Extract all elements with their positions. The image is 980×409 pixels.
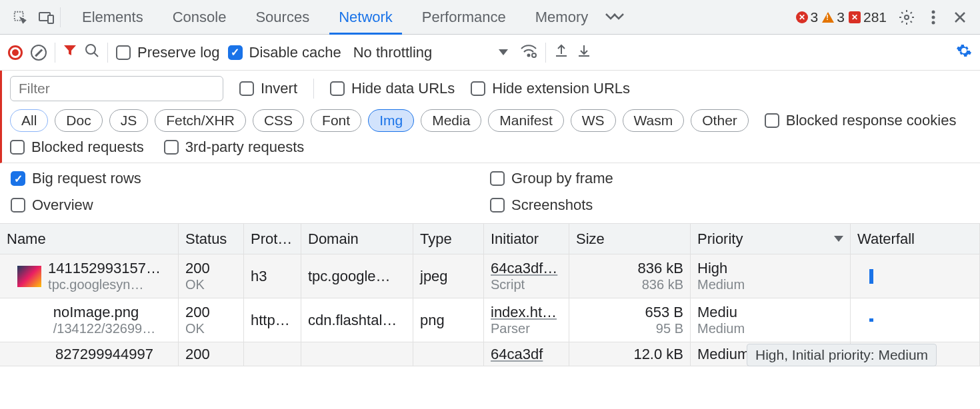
settings-gear-icon[interactable]: [893, 4, 920, 31]
group-by-frame-checkbox[interactable]: Group by frame: [490, 170, 969, 187]
tab-elements[interactable]: Elements: [67, 0, 158, 35]
inspect-icon[interactable]: [7, 4, 33, 31]
initiator-link[interactable]: 64ca3df: [491, 346, 562, 363]
initiator-type: Script: [491, 277, 562, 292]
warning-count-value: 3: [837, 9, 845, 25]
checkbox-icon: [239, 81, 254, 96]
hide-data-label: Hide data URLs: [351, 80, 455, 97]
kebab-menu-icon[interactable]: [920, 4, 947, 31]
third-party-label: 3rd-party requests: [185, 139, 305, 156]
svg-rect-2: [48, 15, 53, 23]
hide-extension-urls-checkbox[interactable]: Hide extension URLs: [471, 80, 630, 97]
chip-img[interactable]: Img: [368, 109, 414, 132]
error-count[interactable]: ✕ 3: [796, 9, 819, 25]
chip-other[interactable]: Other: [691, 109, 749, 132]
disable-cache-label: Disable cache: [249, 44, 341, 61]
svg-point-8: [528, 54, 530, 56]
overview-label: Overview: [32, 197, 93, 214]
column-size[interactable]: Size: [569, 224, 691, 254]
table-header: Name Status Prot… Domain Type Initiator …: [0, 224, 980, 254]
status-code: 200: [185, 346, 237, 363]
column-priority[interactable]: Priority: [691, 224, 851, 254]
blocked-requests-label: Blocked requests: [31, 139, 144, 156]
issue-badge-count[interactable]: ✕ 281: [849, 9, 887, 25]
network-toolbar: Preserve log Disable cache No throttling: [0, 35, 980, 71]
issue-counts[interactable]: ✕ 3 3 ✕ 281: [796, 9, 887, 25]
tab-memory[interactable]: Memory: [521, 0, 603, 35]
initiator-link[interactable]: index.ht…: [491, 304, 562, 321]
column-domain[interactable]: Domain: [301, 224, 413, 254]
invert-checkbox[interactable]: Invert: [239, 80, 297, 97]
column-initiator[interactable]: Initiator: [484, 224, 569, 254]
network-settings-icon[interactable]: [956, 43, 972, 63]
chip-js[interactable]: JS: [109, 109, 149, 132]
warning-count[interactable]: 3: [822, 9, 845, 25]
filter-panel: Invert Hide data URLs Hide extension URL…: [0, 71, 980, 163]
record-button[interactable]: [8, 45, 23, 60]
hide-data-urls-checkbox[interactable]: Hide data URLs: [330, 80, 455, 97]
svg-point-3: [905, 15, 909, 19]
chip-font[interactable]: Font: [311, 109, 361, 132]
overview-checkbox[interactable]: Overview: [11, 197, 490, 214]
initiator-type: Parser: [491, 321, 562, 336]
error-count-value: 3: [811, 9, 819, 25]
column-name[interactable]: Name: [0, 224, 179, 254]
close-devtools-icon[interactable]: [947, 4, 973, 31]
device-toggle-icon[interactable]: [33, 4, 60, 31]
disable-cache-checkbox[interactable]: Disable cache: [228, 44, 341, 61]
column-protocol[interactable]: Prot…: [244, 224, 301, 254]
divider: [55, 43, 55, 63]
initiator-link[interactable]: 64ca3df…: [491, 260, 562, 277]
issue-count-value: 281: [863, 9, 887, 25]
thumbnail-icon: [23, 310, 47, 331]
chip-manifest[interactable]: Manifest: [488, 109, 563, 132]
chip-wasm[interactable]: Wasm: [623, 109, 685, 132]
svg-point-7: [86, 45, 95, 54]
upload-har-icon[interactable]: [554, 43, 569, 62]
tab-performance[interactable]: Performance: [407, 0, 521, 35]
svg-point-5: [932, 15, 935, 19]
filter-toggle-icon[interactable]: [63, 44, 77, 61]
column-waterfall[interactable]: Waterfall: [851, 224, 980, 254]
chip-doc[interactable]: Doc: [55, 109, 102, 132]
screenshots-checkbox[interactable]: Screenshots: [490, 197, 969, 214]
tab-sources[interactable]: Sources: [241, 0, 324, 35]
chip-media[interactable]: Media: [421, 109, 481, 132]
group-frame-label: Group by frame: [511, 170, 613, 187]
thumbnail-icon: [17, 266, 41, 287]
column-type[interactable]: Type: [413, 224, 484, 254]
preserve-log-label: Preserve log: [137, 44, 220, 61]
big-rows-label: Big request rows: [32, 170, 141, 187]
blocked-requests-checkbox[interactable]: Blocked requests: [10, 139, 144, 156]
preserve-log-checkbox[interactable]: Preserve log: [116, 44, 220, 61]
throttling-select[interactable]: No throttling: [349, 43, 513, 63]
third-party-checkbox[interactable]: 3rd-party requests: [164, 139, 305, 156]
column-status[interactable]: Status: [179, 224, 244, 254]
waterfall-bar: [869, 269, 873, 284]
table-row[interactable]: 141152993157… tpc.googlesyn… 200 OK h3 t…: [0, 254, 980, 298]
chip-ws[interactable]: WS: [571, 109, 616, 132]
status-code: 200: [185, 260, 237, 277]
chip-fetch-xhr[interactable]: Fetch/XHR: [155, 109, 246, 132]
request-name-sub: /134122/32699…: [53, 321, 155, 336]
clear-button[interactable]: [31, 45, 47, 61]
table-row[interactable]: noImage.png /134122/32699… 200 OK http… …: [0, 298, 980, 342]
big-request-rows-checkbox[interactable]: Big request rows: [11, 170, 490, 187]
checkbox-icon: [11, 171, 25, 186]
request-name: noImage.png: [53, 304, 155, 321]
chip-css[interactable]: CSS: [253, 109, 304, 132]
tab-network[interactable]: Network: [324, 0, 407, 35]
network-conditions-icon[interactable]: [520, 43, 537, 62]
blocked-cookies-checkbox[interactable]: Blocked response cookies: [765, 112, 957, 129]
search-icon[interactable]: [85, 43, 99, 62]
checkbox-icon: [765, 113, 779, 128]
chip-all[interactable]: All: [10, 109, 48, 132]
tab-console[interactable]: Console: [158, 0, 241, 35]
mime-type: jpeg: [420, 268, 477, 285]
svg-point-4: [932, 10, 935, 13]
filter-input[interactable]: [10, 76, 223, 101]
more-tabs-icon[interactable]: [603, 4, 629, 31]
download-har-icon[interactable]: [577, 43, 591, 62]
resource-size: 95 B: [656, 321, 683, 336]
resource-size: 836 kB: [642, 277, 683, 292]
